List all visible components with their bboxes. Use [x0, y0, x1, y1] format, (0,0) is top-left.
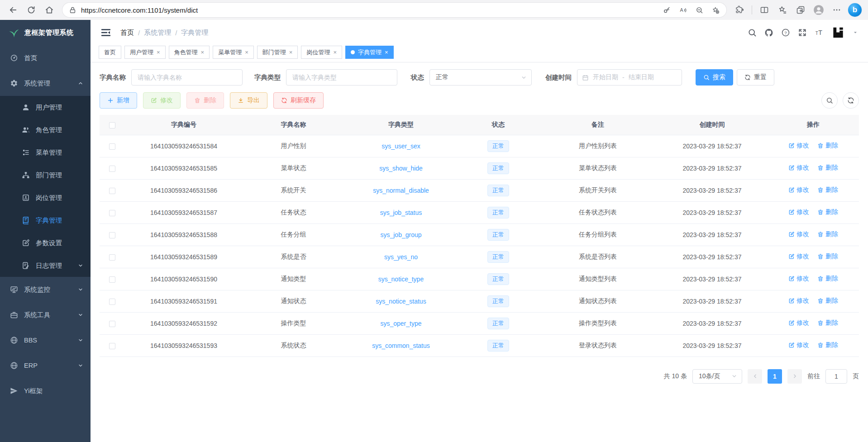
add-favorite-icon[interactable] — [708, 4, 723, 16]
dict-type-link[interactable]: sys_show_hide — [379, 165, 423, 172]
avatar-caret-icon[interactable] — [853, 30, 858, 35]
help-icon[interactable] — [781, 28, 790, 37]
row-delete-link[interactable]: 删除 — [817, 142, 838, 150]
status-select[interactable]: 正常 — [429, 69, 532, 86]
tab-菜单管理[interactable]: 菜单管理 × — [213, 46, 254, 59]
read-aloud-icon[interactable] — [676, 4, 690, 16]
user-avatar-logo[interactable] — [831, 26, 845, 39]
address-bar[interactable]: https://ccnetcore.com:1101/system/dict — [62, 3, 726, 17]
browser-back-button[interactable] — [5, 2, 22, 18]
select-all-checkbox[interactable] — [109, 122, 115, 128]
date-range-picker[interactable]: 开始日期 - 结束日期 — [577, 69, 682, 86]
dict-type-link[interactable]: sys_notice_type — [378, 276, 424, 283]
tab-部门管理[interactable]: 部门管理 × — [257, 46, 298, 59]
tab-close-icon[interactable]: × — [289, 49, 293, 56]
dict-type-link[interactable]: sys_notice_status — [376, 298, 426, 305]
show-search-button[interactable] — [821, 92, 838, 109]
export-button[interactable]: 导出 — [230, 92, 267, 109]
row-edit-link[interactable]: 修改 — [788, 341, 809, 349]
dict-type-link[interactable]: sys_job_group — [380, 231, 421, 238]
row-checkbox[interactable] — [109, 143, 115, 150]
dict-type-input[interactable] — [286, 69, 397, 86]
browser-reload-button[interactable] — [23, 2, 40, 18]
page-size-select[interactable]: 10条/页 — [692, 369, 742, 384]
next-page-button[interactable] — [787, 369, 802, 384]
tab-用户管理[interactable]: 用户管理 × — [124, 46, 166, 59]
row-checkbox[interactable] — [109, 232, 115, 238]
tab-close-icon[interactable]: × — [245, 49, 248, 56]
row-edit-link[interactable]: 修改 — [788, 297, 809, 305]
tab-close-icon[interactable]: × — [385, 49, 388, 56]
prev-page-button[interactable] — [748, 369, 762, 384]
sidebar-item-Yi框架[interactable]: Yi框架 — [0, 378, 91, 404]
row-delete-link[interactable]: 删除 — [817, 164, 838, 172]
breadcrumb-system[interactable]: 系统管理 — [144, 29, 171, 37]
row-delete-link[interactable]: 删除 — [817, 341, 838, 349]
collections-icon[interactable] — [792, 2, 809, 18]
sidebar-item-日志管理[interactable]: 日志管理 — [0, 254, 91, 277]
sidebar-item-ERP[interactable]: ERP — [0, 353, 91, 378]
dict-type-link[interactable]: sys_common_status — [372, 342, 430, 349]
refresh-cache-button[interactable]: 刷新缓存 — [273, 92, 324, 109]
browser-home-button[interactable] — [41, 2, 58, 18]
tab-close-icon[interactable]: × — [201, 49, 205, 56]
row-delete-link[interactable]: 删除 — [817, 186, 838, 194]
sidebar-item-角色管理[interactable]: 角色管理 — [0, 119, 91, 141]
dict-type-link[interactable]: sys_job_status — [380, 209, 422, 216]
sidebar-item-岗位管理[interactable]: 岗位管理 — [0, 186, 91, 209]
dict-type-link[interactable]: sys_oper_type — [380, 320, 421, 327]
search-button[interactable]: 搜索 — [696, 69, 733, 86]
font-size-icon[interactable] — [815, 28, 824, 37]
row-edit-link[interactable]: 修改 — [788, 164, 809, 172]
breadcrumb-dict[interactable]: 字典管理 — [181, 29, 208, 37]
tab-角色管理[interactable]: 角色管理 × — [169, 46, 210, 59]
row-checkbox[interactable] — [109, 321, 115, 327]
tab-岗位管理[interactable]: 岗位管理 × — [301, 46, 342, 59]
row-edit-link[interactable]: 修改 — [788, 142, 809, 150]
dict-name-input[interactable] — [131, 69, 243, 86]
row-edit-link[interactable]: 修改 — [788, 230, 809, 238]
sidebar-item-参数设置[interactable]: 参数设置 — [0, 232, 91, 254]
sidebar-item-系统管理[interactable]: 系统管理 — [0, 71, 91, 96]
tab-close-icon[interactable]: × — [333, 49, 337, 56]
browser-profile-avatar[interactable] — [810, 2, 827, 18]
sidebar-item-用户管理[interactable]: 用户管理 — [0, 96, 91, 119]
zoom-out-icon[interactable] — [692, 4, 706, 16]
row-edit-link[interactable]: 修改 — [788, 186, 809, 194]
reset-button[interactable]: 重置 — [737, 69, 774, 86]
row-delete-link[interactable]: 删除 — [817, 275, 838, 283]
jump-page-input[interactable] — [825, 369, 847, 384]
favorites-icon[interactable] — [774, 2, 791, 18]
sidebar-collapse-icon[interactable] — [100, 27, 111, 38]
dict-type-link[interactable]: sys_yes_no — [384, 253, 418, 261]
sidebar-item-系统监控[interactable]: 系统监控 — [0, 277, 91, 302]
refresh-table-button[interactable] — [843, 92, 859, 109]
tab-close-icon[interactable]: × — [157, 49, 160, 56]
fullscreen-icon[interactable] — [798, 28, 807, 37]
password-key-icon[interactable] — [659, 4, 674, 16]
split-screen-icon[interactable] — [756, 2, 773, 18]
sidebar-item-系统工具[interactable]: 系统工具 — [0, 302, 91, 328]
bing-chat-icon[interactable]: b — [846, 2, 863, 18]
row-checkbox[interactable] — [109, 188, 115, 194]
tab-首页[interactable]: 首页 — [99, 46, 121, 59]
header-search-icon[interactable] — [748, 28, 757, 37]
row-checkbox[interactable] — [109, 254, 115, 261]
row-edit-link[interactable]: 修改 — [788, 252, 809, 261]
add-button[interactable]: 新增 — [100, 92, 137, 109]
current-page[interactable]: 1 — [768, 369, 782, 384]
row-delete-link[interactable]: 删除 — [817, 319, 838, 327]
extensions-icon[interactable] — [731, 2, 748, 18]
row-delete-link[interactable]: 删除 — [817, 297, 838, 305]
row-checkbox[interactable] — [109, 166, 115, 172]
edit-button[interactable]: 修改 — [143, 92, 181, 109]
row-delete-link[interactable]: 删除 — [817, 230, 838, 238]
row-edit-link[interactable]: 修改 — [788, 275, 809, 283]
sidebar-item-字典管理[interactable]: 字典管理 — [0, 209, 91, 232]
sidebar-item-BBS[interactable]: BBS — [0, 328, 91, 353]
row-edit-link[interactable]: 修改 — [788, 208, 809, 216]
sidebar-item-首页[interactable]: 首页 — [0, 45, 91, 71]
delete-button[interactable]: 删除 — [186, 92, 224, 109]
breadcrumb-home[interactable]: 首页 — [120, 29, 134, 37]
row-edit-link[interactable]: 修改 — [788, 319, 809, 327]
